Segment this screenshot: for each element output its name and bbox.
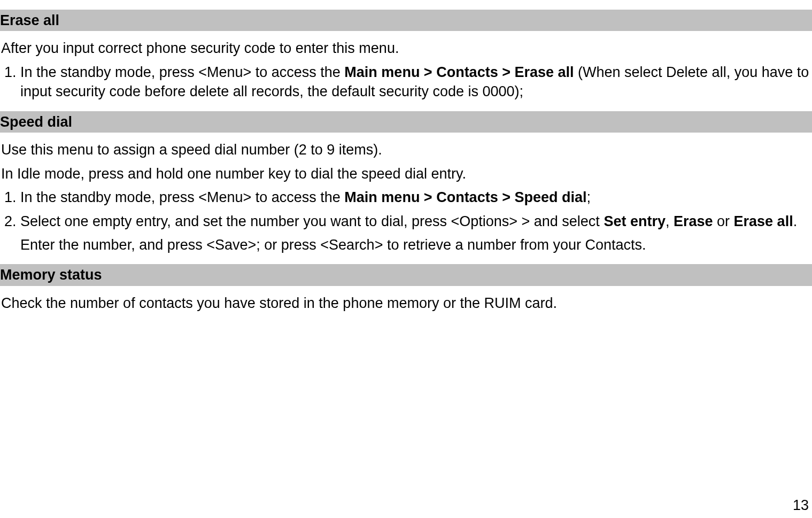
section-heading-memory-status: Memory status bbox=[0, 264, 812, 285]
bold-path: Main menu > Contacts > Speed dial bbox=[344, 189, 586, 205]
speed-dial-intro1: Use this menu to assign a speed dial num… bbox=[0, 140, 812, 159]
text: In the standby mode, press <Menu> to acc… bbox=[20, 189, 344, 205]
bold-path: Main menu > Contacts > Erase all bbox=[344, 64, 574, 80]
text: or bbox=[713, 213, 734, 229]
list-item: In the standby mode, press <Menu> to acc… bbox=[20, 188, 812, 207]
speed-dial-sub: Enter the number, and press <Save>; or p… bbox=[20, 235, 812, 254]
text: In the standby mode, press <Menu> to acc… bbox=[20, 64, 344, 80]
erase-all-intro: After you input correct phone security c… bbox=[0, 38, 812, 58]
list-item: Select one empty entry, and set the numb… bbox=[20, 212, 812, 231]
speed-dial-intro2: In Idle mode, press and hold one number … bbox=[0, 164, 812, 183]
text: ; bbox=[586, 189, 591, 205]
page-number: 13 bbox=[793, 496, 809, 515]
text: Select one empty entry, and set the numb… bbox=[20, 213, 604, 229]
section-heading-speed-dial: Speed dial bbox=[0, 111, 812, 133]
text: . bbox=[793, 213, 798, 229]
bold-option: Erase bbox=[674, 213, 713, 229]
text: , bbox=[666, 213, 674, 229]
bold-option: Erase all bbox=[734, 213, 793, 229]
bold-option: Set entry bbox=[604, 213, 666, 229]
section-heading-erase-all: Erase all bbox=[0, 10, 812, 31]
erase-all-list: In the standby mode, press <Menu> to acc… bbox=[0, 63, 812, 102]
memory-status-body: Check the number of contacts you have st… bbox=[0, 293, 812, 313]
list-item: In the standby mode, press <Menu> to acc… bbox=[20, 63, 812, 102]
speed-dial-list: In the standby mode, press <Menu> to acc… bbox=[0, 188, 812, 231]
